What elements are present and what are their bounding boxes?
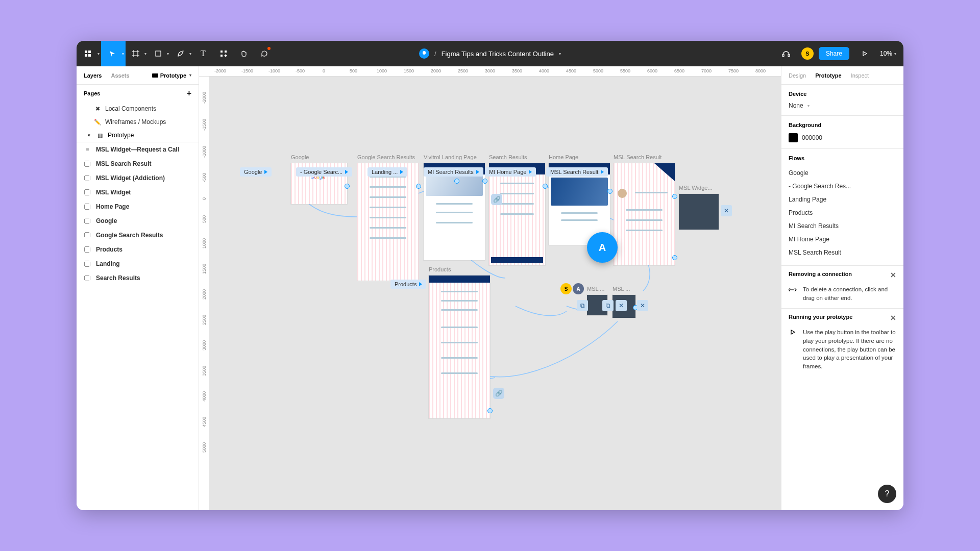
layer-item[interactable]: MSL Search Result [77, 157, 199, 171]
background-color[interactable]: 000000 [789, 133, 896, 142]
layer-item[interactable]: Google [77, 214, 199, 228]
frame-msl-widget[interactable]: MSL Widge... [679, 194, 719, 230]
svg-rect-11 [220, 55, 223, 57]
move-tool[interactable] [101, 41, 124, 66]
svg-rect-3 [88, 54, 91, 57]
flow-link[interactable]: Landing Page [789, 193, 896, 206]
flow-start-tag[interactable]: MI Search Results [424, 167, 483, 177]
ruler-horizontal: -2000-1500-1000-500050010001500200025003… [199, 66, 781, 77]
pages-header: Pages [84, 90, 100, 96]
flow-start-tag[interactable]: Products [390, 280, 426, 289]
flow-start-tag[interactable]: MI Home Page [485, 167, 536, 177]
layer-item[interactable]: ≡MSL Widget—Request a Call [77, 142, 199, 157]
document-title-chevron[interactable]: ▾ [559, 52, 561, 56]
frame-search-results[interactable]: Search Results 🔗 [489, 163, 545, 265]
present-button[interactable] [854, 41, 875, 66]
comment-tool[interactable] [254, 41, 275, 66]
frame-tool[interactable] [126, 41, 146, 66]
tab-inspect[interactable]: Inspect [851, 72, 869, 79]
close-icon[interactable]: ✕ [890, 314, 896, 322]
resources-tool[interactable] [213, 41, 234, 66]
layer-item[interactable]: MSL Widget [77, 185, 199, 199]
tip1-body: To delete a connection, click and drag o… [803, 285, 896, 302]
play-icon [789, 329, 797, 370]
copy-icon[interactable]: ⧉ [602, 300, 614, 311]
background-header: Background [789, 122, 896, 128]
close-icon[interactable]: ✕ [637, 300, 648, 311]
copy-icon[interactable]: ⧉ [577, 300, 588, 311]
link-icon: 🔗 [493, 388, 504, 399]
ruler-vertical: -2000-1500-1000-500050010001500200025003… [199, 77, 209, 510]
share-button[interactable]: Share [819, 47, 849, 60]
frame-google-search-results[interactable]: Google Search Results [357, 163, 419, 281]
svg-rect-1 [88, 51, 91, 53]
canvas[interactable]: -2000-1500-1000-500050010001500200025003… [199, 66, 781, 510]
comment-notification-dot [267, 47, 271, 50]
layer-item[interactable]: Google Search Results [77, 228, 199, 242]
left-panel: Layers Assets Prototype▾ Pages + ✖Local … [77, 66, 199, 510]
device-select[interactable]: None ▾ [789, 102, 896, 109]
text-tool[interactable]: T [193, 41, 213, 66]
layer-item[interactable]: MSL Widget (Addiction) [77, 171, 199, 185]
delete-connection-icon [789, 286, 797, 302]
tip1-header: Removing a connection [789, 271, 852, 279]
presence-cursors-small: S A [560, 283, 584, 294]
shape-tool[interactable] [148, 41, 168, 66]
user-avatar[interactable]: S [801, 47, 814, 60]
hand-tool[interactable] [234, 41, 254, 66]
help-button[interactable]: ? [878, 485, 896, 503]
flow-link[interactable]: MSL Search Result [789, 246, 896, 259]
link-icon: 🔗 [491, 194, 502, 205]
main-menu-button[interactable] [77, 41, 99, 66]
tip2-header: Running your prototype [789, 314, 852, 322]
tip2-body: Use the play button in the toolbar to pl… [803, 328, 896, 370]
tab-prototype-left[interactable]: Prototype▾ [152, 72, 191, 79]
audio-button[interactable] [776, 41, 796, 66]
svg-rect-12 [224, 54, 227, 57]
flow-start-tag[interactable]: - Google Searc... [296, 167, 352, 177]
flow-link[interactable]: Products [789, 206, 896, 219]
svg-rect-2 [85, 54, 87, 57]
presence-cursor-a: A [587, 232, 618, 263]
layer-item[interactable]: Products [77, 242, 199, 257]
tab-layers[interactable]: Layers [84, 72, 102, 79]
svg-rect-8 [156, 51, 161, 56]
flow-start-tag[interactable]: Landing ... [368, 167, 407, 177]
flow-start-tag[interactable]: MSL Search Result [546, 167, 608, 177]
flow-link[interactable]: Google [789, 166, 896, 180]
document-title[interactable]: Figma Tips and Tricks Content Outline [442, 50, 554, 58]
page-item[interactable]: ▾▥Prototype [77, 129, 199, 142]
zoom-control[interactable]: 10%▾ [880, 50, 896, 57]
frame-products[interactable]: Products 🔗 [429, 276, 490, 418]
tab-design[interactable]: Design [789, 72, 806, 79]
close-icon[interactable]: ✕ [616, 300, 627, 311]
team-icon[interactable] [419, 48, 429, 59]
toolbar: ▾ ▾ ▾ ▾ ▾ T [77, 41, 903, 66]
flow-link[interactable]: MI Home Page [789, 233, 896, 246]
tab-prototype-right[interactable]: Prototype [815, 72, 841, 79]
svg-rect-0 [85, 51, 87, 53]
device-header: Device [789, 91, 896, 97]
layer-item[interactable]: Search Results [77, 271, 199, 285]
flow-link[interactable]: MI Search Results [789, 219, 896, 233]
color-swatch [789, 133, 798, 142]
close-icon[interactable]: ✕ [721, 205, 732, 216]
svg-rect-10 [225, 51, 227, 53]
pen-tool[interactable] [170, 41, 191, 66]
flow-link[interactable]: - Google Search Res... [789, 180, 896, 193]
frame-vivitrol-landing[interactable]: Vivitrol Landing Page [424, 163, 485, 260]
flow-start-tag[interactable]: Google [240, 167, 272, 177]
flows-header: Flows [789, 155, 896, 161]
svg-rect-9 [220, 51, 223, 53]
zoom-value: 10% [880, 50, 892, 57]
add-page-button[interactable]: + [187, 89, 191, 98]
frame-msl-search-result[interactable]: MSL Search Result [614, 163, 675, 265]
close-icon[interactable]: ✕ [890, 271, 896, 279]
right-panel: Design Prototype Inspect Device None ▾ B… [781, 66, 903, 510]
layer-item[interactable]: Home Page [77, 199, 199, 214]
layer-item[interactable]: Landing [77, 257, 199, 271]
page-item[interactable]: ✏️Wireframes / Mockups [77, 115, 199, 129]
tab-assets[interactable]: Assets [111, 72, 129, 79]
page-item[interactable]: ✖Local Components [77, 102, 199, 115]
